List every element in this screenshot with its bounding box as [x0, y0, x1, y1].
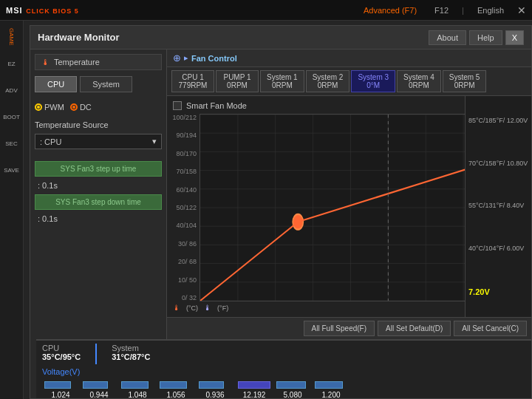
celsius-legend: (°C)	[186, 304, 198, 312]
sidebar-boot[interactable]: BOOT	[1, 106, 22, 127]
voltage-item-1: 85°C/185°F/ 12.00V	[468, 115, 528, 126]
voltage-item-2: 70°C/158°F/ 10.80V	[468, 158, 528, 168]
dc-label: DC	[80, 103, 92, 112]
thermometer-f-icon: 🌡	[204, 304, 211, 312]
voltage-item-current: 7.20V	[468, 286, 528, 298]
top-nav: Advanced (F7) F12 | English ✕	[359, 4, 526, 16]
fan-tabs-row: CPU 1 779RPM PUMP 1 0RPM System 1 0RPM S…	[167, 67, 531, 96]
left-sidebar: GAME EZ ADV BOOT SEC SAVE	[0, 21, 24, 399]
step-up-value: : 0.1s	[35, 180, 162, 191]
cpu-temp-reading: CPU 35°C/95°C	[42, 344, 81, 364]
nav-advanced[interactable]: Advanced (F7)	[359, 4, 421, 16]
hw-body: 🌡 Temperature CPU System PWM DC	[30, 50, 531, 339]
volt-5v: 5.080 System/5V	[274, 379, 311, 399]
fan-control-label: Fan Control	[191, 54, 237, 63]
fan-icon: ⊕	[173, 52, 181, 64]
dc-radio[interactable]: DC	[70, 103, 92, 112]
temp-section-header: 🌡 Temperature	[35, 54, 162, 70]
voltage-section-label: Voltage(V)	[36, 367, 531, 378]
sidebar-sec[interactable]: SEC	[1, 133, 22, 154]
temp-source-value: : CPU	[40, 137, 61, 146]
main-content: Hardware Monitor About Help X 🌡 Temperat…	[24, 21, 532, 399]
fan-tab-sys1[interactable]: System 1 0RPM	[260, 70, 304, 92]
thermometer-legend-icon: 🌡	[173, 304, 180, 312]
step-down-btn[interactable]: SYS Fan3 step down time	[35, 194, 162, 210]
smart-fan-label: Smart Fan Mode	[186, 101, 247, 110]
fan-tab-sys4[interactable]: System 4 0RPM	[397, 70, 441, 92]
right-panel: ⊕ ▸ Fan Control CPU 1 779RPM PUMP 1 0RPM	[167, 50, 531, 339]
temp-readings-row: CPU 35°C/95°C System 31°C/87°C	[36, 341, 531, 367]
volt-igpu: 0.936 Internal GPU	[196, 379, 234, 399]
set-cancel-btn[interactable]: All Set Cancel(C)	[454, 321, 527, 336]
top-close-btn[interactable]: ✕	[517, 4, 526, 16]
pwm-dc-row: PWM DC	[35, 98, 162, 116]
dc-radio-dot[interactable]	[70, 103, 78, 111]
thermometer-icon: 🌡	[41, 58, 50, 66]
voltage-panel: 85°C/185°F/ 12.00V 70°C/158°F/ 10.80V 55…	[465, 96, 531, 317]
volt-12v: 12.192 System/12V	[236, 379, 273, 399]
left-panel: 🌡 Temperature CPU System PWM DC	[30, 50, 167, 339]
sidebar-game[interactable]: GAME	[1, 27, 22, 47]
voltage-item-4: 40°C/104°F/ 6.00V	[468, 243, 528, 253]
msi-logo: MSI CLICK BIOS 5	[6, 4, 79, 16]
smart-fan-checkbox[interactable]	[173, 101, 182, 110]
fan-tab-sys2[interactable]: System 2 0RPM	[306, 70, 350, 92]
cpu-sys-tabs: CPU System	[35, 73, 162, 95]
close-button[interactable]: X	[505, 30, 524, 45]
chart-inner[interactable]	[200, 114, 502, 301]
step-up-btn[interactable]: SYS Fan3 step up time	[35, 161, 162, 177]
fan-tab-sys3[interactable]: System 3 0°M	[351, 70, 395, 92]
fan-control-header: ⊕ ▸ Fan Control	[167, 50, 531, 67]
sidebar-adv[interactable]: ADV	[1, 80, 22, 100]
set-default-btn[interactable]: All Set Default(D)	[378, 321, 451, 336]
fan-tab-cpu1[interactable]: CPU 1 779RPM	[171, 70, 214, 92]
volt-cpu-sa: 1.048 CPU SA	[119, 379, 156, 399]
full-speed-btn[interactable]: All Full Speed(F)	[304, 321, 375, 336]
step-down-value: : 0.1s	[35, 213, 162, 225]
cpu-tab[interactable]: CPU	[35, 76, 77, 92]
voltage-item-3: 55°C/131°F/ 8.40V	[468, 200, 528, 211]
pwm-radio[interactable]: PWM	[35, 103, 64, 112]
chart-y-left: 100/212 90/194 80/170 70/158 60/140 50/1…	[170, 114, 200, 301]
voltage-bar-row: 1.024 CPU Core 0.944 CPU I/O 1.048 CPU S…	[36, 378, 531, 399]
chart-svg	[200, 115, 501, 301]
temp-source-heading: Temperature Source	[35, 119, 162, 131]
volt-cpu-io: 0.944 CPU I/O	[81, 379, 117, 399]
system-tab[interactable]: System	[80, 76, 132, 92]
fahrenheit-legend: (°F)	[217, 304, 228, 312]
chart-area: Smart Fan Mode 100/212 90/194 80/170 70/…	[167, 96, 531, 317]
hw-title: Hardware Monitor	[38, 32, 426, 43]
about-button[interactable]: About	[429, 30, 466, 45]
nav-f12[interactable]: F12	[430, 4, 453, 16]
temp-divider	[95, 344, 97, 364]
bottom-buttons-row: All Full Speed(F) All Set Default(D) All…	[167, 317, 531, 339]
hw-monitor-window: Hardware Monitor About Help X 🌡 Temperat…	[30, 25, 532, 399]
sidebar-ez[interactable]: EZ	[1, 53, 22, 74]
temp-section-label: Temperature	[54, 58, 100, 66]
top-bar: MSI CLICK BIOS 5 Advanced (F7) F12 | Eng…	[0, 0, 532, 21]
sidebar-save[interactable]: SAVE	[1, 160, 22, 180]
temp-source-select[interactable]: : CPU ▾	[35, 134, 162, 149]
product-name: CLICK BIOS 5	[26, 7, 79, 15]
fan-tab-pump1[interactable]: PUMP 1 0RPM	[216, 70, 259, 92]
pwm-label: PWM	[44, 103, 64, 112]
fan-control-arrow: ▸	[184, 53, 188, 63]
system-temp-reading: System 31°C/87°C	[112, 344, 150, 364]
status-bar: CPU 35°C/95°C System 31°C/87°C Voltage(V…	[36, 339, 531, 398]
volt-cpu-core: 1.024 CPU Core	[42, 379, 79, 399]
pwm-radio-dot[interactable]	[35, 103, 42, 111]
volt-dram: 1.200 DRAM	[313, 379, 349, 399]
logo-text: MSI	[6, 6, 23, 15]
volt-pch: 1.056 PCH	[157, 379, 194, 399]
help-button[interactable]: Help	[469, 30, 502, 45]
nav-lang[interactable]: English	[473, 4, 508, 16]
fan-tab-sys5[interactable]: System 5 0RPM	[443, 70, 487, 92]
hw-titlebar: Hardware Monitor About Help X	[30, 26, 531, 50]
